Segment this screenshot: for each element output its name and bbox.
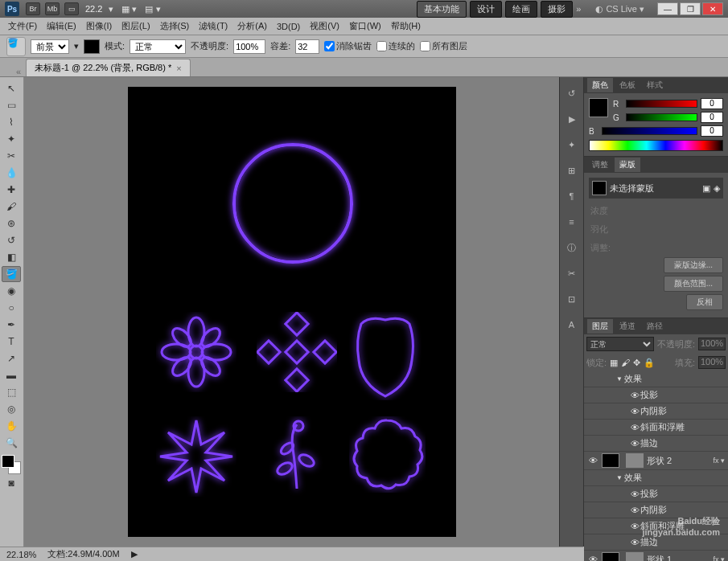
dropdown-icon[interactable]: ▾ bbox=[74, 41, 79, 51]
channels-tab[interactable]: 通道 bbox=[615, 319, 640, 334]
workspace-design[interactable]: 设计 bbox=[470, 1, 502, 18]
tool-preset-icon[interactable]: ✂ bbox=[564, 265, 580, 281]
path-select-icon[interactable]: ↗ bbox=[2, 350, 21, 366]
color-preview[interactable] bbox=[589, 98, 608, 117]
layer-shape1[interactable]: 👁形状 1fx ▾ bbox=[584, 551, 728, 561]
workspace-painting[interactable]: 绘画 bbox=[505, 1, 537, 18]
view-extras-icon[interactable]: ▦ ▾ bbox=[121, 4, 137, 14]
all-layers-checkbox[interactable]: 所有图层 bbox=[420, 40, 467, 52]
fx-dropshadow-2[interactable]: 👁投影 bbox=[584, 486, 728, 502]
g-slider[interactable] bbox=[626, 113, 697, 121]
paths-tab[interactable]: 路径 bbox=[642, 319, 668, 334]
close-button[interactable]: ✕ bbox=[702, 2, 723, 15]
color-picker[interactable] bbox=[2, 455, 21, 474]
styles-tab[interactable]: 样式 bbox=[642, 78, 668, 92]
move-tool-icon[interactable]: ↖ bbox=[2, 80, 21, 96]
heal-tool-icon[interactable]: ✚ bbox=[2, 182, 21, 198]
blend-mode-select[interactable]: 正常 bbox=[130, 39, 186, 54]
color-tab[interactable]: 颜色 bbox=[587, 78, 613, 92]
lock-pixels-icon[interactable]: 🖌 bbox=[621, 358, 630, 367]
3d-tool-icon[interactable]: ⬚ bbox=[2, 384, 21, 400]
blur-tool-icon[interactable]: ◉ bbox=[2, 283, 21, 299]
canvas-area[interactable] bbox=[24, 77, 559, 547]
wand-tool-icon[interactable]: ✦ bbox=[2, 131, 21, 147]
menu-analysis[interactable]: 分析(A) bbox=[232, 18, 272, 34]
fx-innershadow-2[interactable]: 👁内阴影 bbox=[584, 502, 728, 518]
type-icon[interactable]: A bbox=[564, 317, 580, 333]
b-value[interactable]: 0 bbox=[701, 125, 723, 137]
info-icon[interactable]: ⓘ bbox=[564, 240, 580, 256]
menu-file[interactable]: 文件(F) bbox=[3, 18, 42, 34]
paragraph-icon[interactable]: ≡ bbox=[564, 214, 580, 230]
document-tab[interactable]: 未标题-1 @ 22.2% (背景, RGB/8) * × bbox=[26, 59, 191, 76]
canvas[interactable] bbox=[128, 87, 456, 537]
invert-button[interactable]: 反相 bbox=[686, 294, 723, 310]
menu-window[interactable]: 窗口(W) bbox=[344, 18, 386, 34]
arrange-docs-icon[interactable]: ▤ ▾ bbox=[145, 4, 160, 14]
history-brush-icon[interactable]: ↺ bbox=[2, 232, 21, 248]
opacity-input[interactable] bbox=[233, 39, 265, 54]
zoom-tool-icon[interactable]: 🔍 bbox=[2, 435, 21, 451]
lasso-tool-icon[interactable]: ⌇ bbox=[2, 114, 21, 130]
pattern-swatch[interactable] bbox=[84, 39, 100, 54]
menu-select[interactable]: 选择(S) bbox=[155, 18, 195, 34]
title-zoom[interactable]: 22.2 bbox=[85, 4, 102, 14]
workspace-photography[interactable]: 摄影 bbox=[541, 1, 573, 18]
foreground-color[interactable] bbox=[2, 455, 14, 468]
minimize-button[interactable]: — bbox=[657, 2, 678, 15]
menu-view[interactable]: 视图(V) bbox=[305, 18, 344, 34]
fill-value[interactable]: 100% bbox=[698, 356, 726, 369]
vector-mask-icon[interactable]: ◈ bbox=[714, 183, 720, 194]
swatches-tab[interactable]: 色板 bbox=[615, 78, 640, 92]
status-arrow-icon[interactable]: ▶ bbox=[131, 549, 138, 559]
quickmask-icon[interactable]: ◙ bbox=[2, 475, 21, 491]
fill-source-select[interactable]: 前景 bbox=[31, 39, 69, 54]
antialias-checkbox[interactable]: 消除锯齿 bbox=[324, 40, 372, 52]
fx-bevel-2[interactable]: 👁斜面和浮雕 bbox=[584, 518, 728, 534]
close-tab-icon[interactable]: × bbox=[176, 63, 181, 73]
fx-bevel[interactable]: 👁斜面和浮雕 bbox=[584, 420, 728, 436]
eraser-tool-icon[interactable]: ◧ bbox=[2, 249, 21, 265]
navigator-icon[interactable]: ⊡ bbox=[564, 291, 580, 307]
tab-scroll-icon[interactable]: « bbox=[16, 67, 21, 76]
menu-help[interactable]: 帮助(H) bbox=[386, 18, 426, 34]
crop-tool-icon[interactable]: ✂ bbox=[2, 148, 21, 164]
lock-all-icon[interactable]: 🔒 bbox=[644, 358, 655, 368]
zoom-dropdown-icon[interactable]: ▾ bbox=[109, 4, 113, 14]
lock-transparent-icon[interactable]: ▦ bbox=[610, 358, 618, 368]
hand-tool-icon[interactable]: ✋ bbox=[2, 418, 21, 434]
layer-shape2[interactable]: 👁形状 2fx ▾ bbox=[584, 452, 728, 470]
lock-position-icon[interactable]: ✥ bbox=[633, 358, 640, 368]
maximize-button[interactable]: ❐ bbox=[680, 2, 701, 15]
mb-icon[interactable]: Mb bbox=[45, 2, 60, 15]
layer-opacity-value[interactable]: 100% bbox=[698, 338, 726, 350]
spectrum-bar[interactable] bbox=[589, 140, 723, 151]
screen-mode-icon[interactable]: ▭ bbox=[64, 2, 79, 15]
brush-tool-icon[interactable]: 🖌 bbox=[2, 199, 21, 215]
menu-filter[interactable]: 滤镜(T) bbox=[194, 18, 232, 34]
workspace-more-icon[interactable]: » bbox=[576, 4, 581, 14]
shape-tool-icon[interactable]: ▬ bbox=[2, 367, 21, 383]
brush-preset-icon[interactable]: ✦ bbox=[564, 137, 580, 153]
menu-edit[interactable]: 编辑(E) bbox=[42, 18, 81, 34]
color-range-button[interactable]: 颜色范围... bbox=[664, 276, 723, 292]
status-zoom[interactable]: 22.18% bbox=[6, 550, 36, 559]
marquee-tool-icon[interactable]: ▭ bbox=[2, 97, 21, 113]
type-tool-icon[interactable]: T bbox=[2, 334, 21, 350]
workspace-essentials[interactable]: 基本功能 bbox=[417, 1, 467, 18]
history-icon[interactable]: ↺ bbox=[564, 85, 580, 101]
cs-live-button[interactable]: ◐ CS Live ▾ bbox=[590, 2, 649, 16]
bucket-tool-icon[interactable]: 🪣 bbox=[2, 266, 21, 282]
fx-stroke[interactable]: 👁描边 bbox=[584, 436, 728, 452]
adjustments-tab[interactable]: 调整 bbox=[587, 158, 613, 172]
character-icon[interactable]: ¶ bbox=[564, 188, 580, 204]
masks-tab[interactable]: 蒙版 bbox=[615, 158, 640, 172]
fx-dropshadow[interactable]: 👁投影 bbox=[584, 387, 728, 403]
pen-tool-icon[interactable]: ✒ bbox=[2, 317, 21, 333]
paint-bucket-icon[interactable]: 🪣 bbox=[6, 37, 26, 56]
fx-innershadow[interactable]: 👁内阴影 bbox=[584, 403, 728, 420]
eyedropper-tool-icon[interactable]: 💧 bbox=[2, 165, 21, 181]
fx-group-2[interactable]: ▼效果 bbox=[584, 470, 728, 486]
menu-image[interactable]: 图像(I) bbox=[81, 18, 117, 34]
layer-blend-select[interactable]: 正常 bbox=[586, 337, 654, 351]
